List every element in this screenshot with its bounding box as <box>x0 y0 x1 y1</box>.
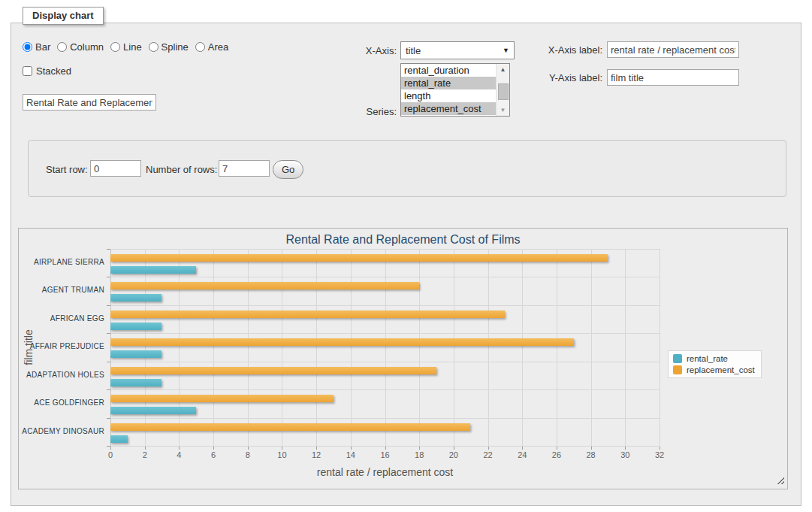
category-tick-mark <box>107 389 110 390</box>
bar-rental_rate[interactable] <box>110 294 161 301</box>
resize-handle-icon[interactable] <box>775 475 784 484</box>
x-gridline <box>488 249 489 446</box>
series-option-replacement_cost[interactable]: replacement_cost <box>401 102 497 115</box>
x-tick-label: 22 <box>477 450 500 459</box>
x-axis-label-input[interactable] <box>607 41 739 58</box>
bar-replacement_cost[interactable] <box>110 254 608 262</box>
legend-label: replacement_cost <box>687 365 755 374</box>
chart-type-option-label: Line <box>123 41 142 53</box>
y-axis-line <box>110 249 111 446</box>
bar-replacement_cost[interactable] <box>110 395 334 402</box>
chart-type-radio-bar[interactable] <box>23 42 32 52</box>
stacked-label: Stacked <box>36 65 71 77</box>
x-gridline <box>316 249 317 446</box>
y-axis-title: film title <box>23 295 35 400</box>
x-axis-select[interactable]: title ▼ <box>400 41 515 59</box>
bar-replacement_cost[interactable] <box>110 311 505 318</box>
x-gridline <box>557 249 557 446</box>
x-tick-label: 28 <box>580 450 602 459</box>
legend-swatch <box>673 365 682 374</box>
series-option-length[interactable]: length <box>401 89 497 102</box>
category-tick-mark <box>107 446 110 447</box>
x-gridline <box>419 249 420 446</box>
category-label: AGENT TRUMAN <box>19 286 104 294</box>
bar-rental_rate[interactable] <box>110 407 196 414</box>
legend-label: rental_rate <box>687 354 728 363</box>
chart-type-option-label: Area <box>208 41 228 53</box>
category-tick-mark <box>107 305 110 306</box>
category-tick-mark <box>107 333 110 334</box>
x-tick-label: 20 <box>442 450 465 459</box>
category-gridline <box>110 389 660 390</box>
fieldset-legend: Display chart <box>23 7 104 25</box>
category-gridline <box>110 277 660 277</box>
bar-rental_rate[interactable] <box>110 323 161 330</box>
x-gridline <box>454 249 454 446</box>
bar-replacement_cost[interactable] <box>110 367 436 374</box>
x-tick-mark <box>488 447 489 450</box>
chart-type-radio-area[interactable] <box>195 42 205 52</box>
category-tick-mark <box>107 418 110 419</box>
x-axis-label-label: X-Axis label: <box>526 44 602 56</box>
category-gridline <box>110 446 660 447</box>
category-label: ACADEMY DINOSAUR <box>19 427 104 435</box>
num-rows-label: Number of rows: <box>146 164 217 175</box>
legend-item-replacement_cost[interactable]: replacement_cost <box>673 365 755 374</box>
bar-rental_rate[interactable] <box>110 266 196 274</box>
series-scrollbar[interactable]: ▲ ▼ <box>496 64 509 116</box>
page: Display chart BarColumnLineSplineArea St… <box>0 0 812 512</box>
series-option-rental_rate[interactable]: rental_rate <box>401 77 497 89</box>
chart-type-option-area[interactable]: Area <box>195 41 228 53</box>
scroll-up-icon[interactable]: ▲ <box>497 64 509 75</box>
y-axis-label-input[interactable] <box>607 69 739 86</box>
x-gridline <box>213 249 214 446</box>
x-tick-label: 16 <box>374 450 397 459</box>
x-tick-mark <box>660 447 660 450</box>
x-tick-mark <box>179 447 180 450</box>
x-tick-label: 10 <box>270 450 293 459</box>
chart-type-option-spline[interactable]: Spline <box>149 41 189 53</box>
go-button[interactable]: Go <box>273 160 303 179</box>
category-tick-mark <box>107 362 110 362</box>
bar-replacement_cost[interactable] <box>110 338 574 346</box>
chart-type-option-label: Spline <box>161 41 189 53</box>
x-gridline <box>179 249 180 446</box>
series-listbox[interactable]: rental_durationrental_ratelengthreplacem… <box>400 63 510 117</box>
chart-type-radio-column[interactable] <box>57 42 67 52</box>
x-tick-mark <box>248 447 249 450</box>
stacked-option[interactable]: Stacked <box>23 65 71 77</box>
stacked-checkbox[interactable] <box>23 66 32 76</box>
series-select-label: Series: <box>323 106 397 117</box>
chart-panel: Rental Rate and Replacement Cost of Film… <box>18 228 788 489</box>
x-gridline <box>591 249 592 446</box>
category-label: AIRPLANE SIERRA <box>19 258 104 266</box>
start-row-input[interactable] <box>90 160 141 177</box>
category-tick-mark <box>107 277 110 277</box>
series-option-rental_duration[interactable]: rental_duration <box>401 64 497 77</box>
scrollbar-thumb[interactable] <box>498 83 509 100</box>
bar-rental_rate[interactable] <box>110 379 161 386</box>
x-tick-mark <box>454 447 454 450</box>
legend-swatch <box>673 354 682 363</box>
x-tick-label: 26 <box>545 450 568 459</box>
x-tick-label: 4 <box>168 450 190 459</box>
x-tick-label: 18 <box>408 450 430 459</box>
x-gridline <box>282 249 282 446</box>
chart-type-radio-line[interactable] <box>110 42 120 52</box>
x-gridline <box>660 249 660 446</box>
legend-item-rental_rate[interactable]: rental_rate <box>673 354 755 363</box>
chart-type-radio-spline[interactable] <box>149 42 158 52</box>
scroll-down-icon[interactable]: ▼ <box>497 105 509 116</box>
num-rows-input[interactable] <box>219 160 270 177</box>
bar-replacement_cost[interactable] <box>110 423 470 431</box>
chart-type-option-bar[interactable]: Bar <box>23 41 50 53</box>
chart-legend: rental_ratereplacement_cost <box>668 350 762 378</box>
category-gridline <box>110 333 660 334</box>
bar-replacement_cost[interactable] <box>110 282 419 289</box>
chart-type-option-column[interactable]: Column <box>57 41 104 53</box>
bar-rental_rate[interactable] <box>110 350 161 358</box>
start-row-label: Start row: <box>46 164 88 175</box>
chart-type-option-line[interactable]: Line <box>110 41 142 53</box>
chart-title-input[interactable] <box>23 94 156 111</box>
bar-rental_rate[interactable] <box>110 435 128 443</box>
